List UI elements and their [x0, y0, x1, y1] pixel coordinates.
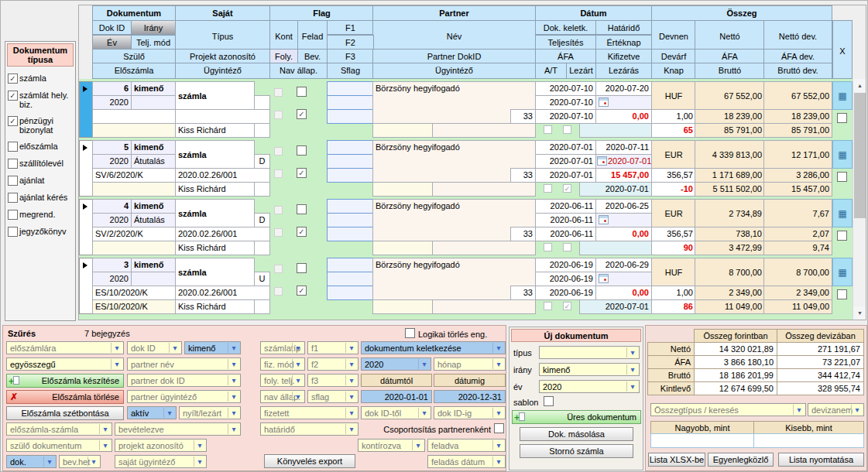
col-at[interactable]: A/T [535, 63, 567, 79]
col-dok-keletk[interactable]: Dok. keletk. [535, 20, 596, 35]
hatarido-dropdown[interactable]: határidő [260, 422, 359, 436]
felad-checkbox[interactable] [297, 145, 307, 156]
at-checkbox[interactable] [544, 125, 552, 134]
tipus-dropdown[interactable] [539, 346, 640, 359]
kisebb-mint-input[interactable] [753, 433, 864, 448]
col-eloszamla[interactable]: Előszámla [92, 63, 176, 79]
dok-id-dropdown[interactable]: dok ID [127, 341, 182, 354]
calendar-icon[interactable] [599, 215, 609, 224]
irany-dropdown[interactable]: kimenő [539, 363, 640, 376]
doc-type-szallitolevel[interactable]: szállítólevél [8, 159, 75, 169]
bev-checkbox[interactable]: ✓ [297, 168, 307, 178]
bev-checkbox[interactable]: ✓ [297, 227, 307, 237]
col-dok-id[interactable]: Dok ID [92, 20, 132, 35]
partner-ugyintezo-dropdown[interactable]: partner ügyintéző [127, 390, 241, 403]
table-row[interactable]: 6 kimenő számla 2020 Kiss Richárd ✓ Börz… [79, 81, 853, 138]
dokumentum-keletkezese-dropdown[interactable]: dokumentum keletkezése [361, 341, 506, 354]
col-devnem[interactable]: Devnen [651, 20, 696, 50]
row-detail-button[interactable]: ▦ [832, 140, 853, 169]
eloszamla-szetbontasa-button[interactable]: Előszámla szétbontása [6, 406, 124, 420]
kont-checkbox[interactable] [274, 147, 283, 156]
row-select-checkbox[interactable] [837, 289, 847, 299]
datum-from-field[interactable]: 2020-01-01 [361, 390, 432, 403]
col-afa-dev[interactable]: ÁFA dev. [763, 49, 832, 63]
col-lezaras[interactable]: Lezárás [595, 63, 652, 79]
eloszamlara-dropdown[interactable]: előszámlára [6, 341, 124, 354]
col-szulo[interactable]: Szülő [92, 49, 176, 63]
checkbox[interactable] [8, 227, 18, 237]
calendar-icon[interactable] [597, 156, 607, 166]
calendar-icon[interactable] [599, 97, 609, 107]
row-selector[interactable] [79, 140, 93, 197]
doc-type-penzugyi-bizonylat[interactable]: ✓pénzügyi bizonylat [8, 116, 75, 135]
table-row[interactable]: 3 kimenő számla 2020 U ES/10/2020/K 2020… [79, 258, 853, 314]
at-checkbox[interactable] [544, 243, 552, 251]
f1-dropdown[interactable]: f1 [307, 341, 359, 354]
dok-id-tol-dropdown[interactable]: dok ID-től [361, 406, 431, 419]
f2-dropdown[interactable]: f2 [307, 357, 359, 371]
csoportositas-checkbox[interactable] [494, 423, 504, 433]
col-nav-allap[interactable]: Nav állap. [269, 63, 328, 79]
col-foly[interactable]: Foly. [269, 49, 298, 63]
checkbox[interactable]: ✓ [8, 91, 18, 101]
felad-checkbox[interactable] [297, 204, 307, 214]
doc-type-jegyzokonyv[interactable]: jegyzőkönyv [8, 227, 75, 237]
lezart-checkbox[interactable] [563, 125, 571, 134]
doc-type-szamlat-hely-biz[interactable]: ✓számlát hely. biz. [8, 91, 75, 109]
col-tipus[interactable]: Típus [175, 20, 270, 50]
felad-checkbox[interactable] [297, 263, 307, 273]
doc-type-megrend[interactable]: megrend. [8, 210, 75, 220]
col-brutto-dev[interactable]: Bruttó dev. [763, 63, 832, 79]
col-netto-dev[interactable]: Nettó dev. [763, 20, 832, 50]
row-select-checkbox[interactable] [837, 231, 847, 241]
szulo-dokumentum-dropdown[interactable]: szülő dokumentum [6, 439, 112, 452]
kont-checkbox[interactable] [274, 265, 283, 273]
lezart-checkbox[interactable]: ✓ [563, 302, 571, 310]
ev-dropdown[interactable]: 2020 [361, 357, 431, 371]
col-kont[interactable]: Kont [269, 20, 298, 50]
vertical-scrollbar[interactable]: ▲ ▼ [853, 79, 866, 320]
sajat-ugyintezo-dropdown[interactable]: saját ügyintéző [115, 455, 207, 468]
row-selector[interactable] [79, 81, 93, 138]
col-hatarido[interactable]: Határidő [595, 20, 652, 35]
kont-checkbox[interactable] [274, 88, 283, 97]
col-brutto[interactable]: Bruttó [695, 63, 765, 79]
lezart-checkbox[interactable] [563, 243, 571, 251]
col-afa-datum[interactable]: ÁFA [535, 49, 596, 63]
projekt-azonosito-dropdown[interactable]: projekt azonosító [115, 439, 207, 452]
col-sflag[interactable]: Sflag [327, 63, 374, 79]
col-telj-mod[interactable]: Telj. mód [131, 35, 176, 50]
egyenlegkozlo-button[interactable]: Egyenlegközlő [708, 453, 774, 467]
bev-checkbox[interactable]: ✓ [297, 109, 307, 119]
row-detail-button[interactable]: ▦ [832, 199, 853, 227]
at-checkbox[interactable] [544, 184, 552, 193]
lista-xlsx-button[interactable]: Lista XLSX-be [648, 453, 705, 467]
foly-checkbox[interactable] [274, 228, 283, 237]
col-felad[interactable]: Felad [297, 20, 328, 50]
foly-checkbox[interactable] [274, 287, 283, 296]
doc-type-ajanlat[interactable]: ajánlat [8, 176, 75, 186]
kont-checkbox[interactable] [274, 206, 283, 214]
scroll-up-icon[interactable]: ▲ [853, 79, 866, 92]
table-row[interactable]: 4 kimenő számla 2020 Átutalás D SV/2/202… [79, 199, 853, 255]
aktiv-dropdown[interactable]: aktív [127, 406, 177, 419]
partner-nev-dropdown[interactable]: partner név [127, 357, 241, 371]
col-irany[interactable]: Irány [131, 20, 176, 35]
doc-type-eloszamla[interactable]: előszámla [8, 142, 75, 152]
col-f3[interactable]: F3 [327, 49, 374, 63]
eloszamla-keszitese-button[interactable]: +Előszámla készítése [6, 374, 124, 388]
checkbox[interactable]: ✓ [8, 116, 18, 126]
devizanem-dropdown[interactable]: devizanem [808, 403, 864, 416]
bevetelezve-dropdown[interactable]: bevételezve [115, 422, 241, 436]
kimeno-dropdown[interactable]: kimenő [184, 341, 241, 354]
row-select-checkbox[interactable] [837, 113, 847, 123]
eloszamla-torlese-button[interactable]: ✗Előszámla törlése [6, 390, 124, 404]
col-partner-dokid[interactable]: Partner DokID [372, 49, 536, 63]
sflag-dropdown[interactable]: sflag [307, 390, 359, 403]
eloszamla-szamla-dropdown[interactable]: előszámla-számla [6, 422, 112, 436]
dok-id-ig-dropdown[interactable]: dok ID-ig [434, 406, 506, 419]
table-row[interactable]: 5 kimenő számla 2020 Átutalás D SV/6/202… [79, 140, 853, 197]
row-selector[interactable] [79, 199, 93, 255]
col-partner-ugyintezo[interactable]: Ügyintéző [372, 63, 536, 79]
fizetett-dropdown[interactable]: fizetett [260, 406, 359, 419]
